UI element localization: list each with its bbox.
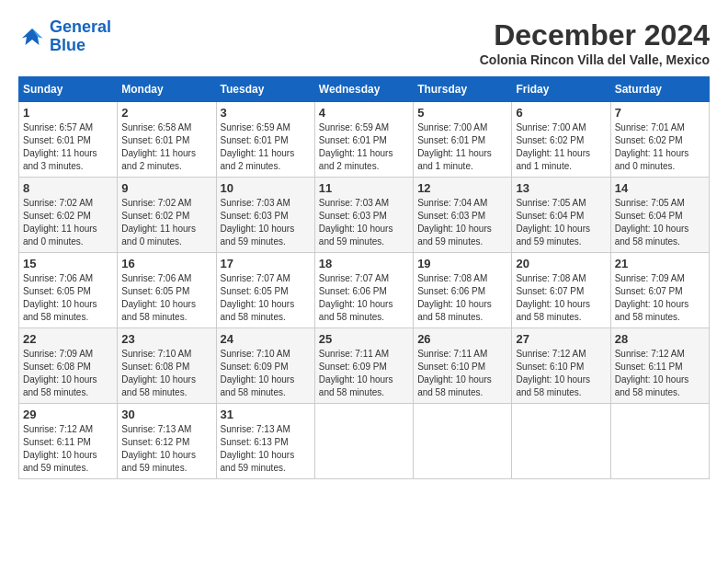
calendar-cell: 12 Sunrise: 7:04 AMSunset: 6:03 PMDaylig… xyxy=(414,178,512,253)
day-info: Sunrise: 7:13 AMSunset: 6:12 PMDaylight:… xyxy=(121,424,196,473)
day-number: 7 xyxy=(615,106,705,120)
day-info: Sunrise: 7:12 AMSunset: 6:11 PMDaylight:… xyxy=(615,349,689,397)
day-info: Sunrise: 7:06 AMSunset: 6:05 PMDaylight:… xyxy=(121,273,196,322)
day-info: Sunrise: 7:02 AMSunset: 6:02 PMDaylight:… xyxy=(121,198,196,247)
day-number: 27 xyxy=(516,332,606,346)
day-number: 13 xyxy=(516,181,606,195)
day-info: Sunrise: 6:59 AMSunset: 6:01 PMDaylight:… xyxy=(221,122,295,171)
day-number: 4 xyxy=(319,106,409,120)
calendar-week-4: 22 Sunrise: 7:09 AMSunset: 6:08 PMDaylig… xyxy=(19,328,710,404)
calendar-week-1: 1 Sunrise: 6:57 AMSunset: 6:01 PMDayligh… xyxy=(19,102,710,178)
day-number: 16 xyxy=(121,257,211,270)
calendar-cell: 20 Sunrise: 7:08 AMSunset: 6:07 PMDaylig… xyxy=(512,253,610,328)
day-number: 1 xyxy=(23,106,113,120)
day-number: 19 xyxy=(417,257,507,270)
calendar-cell: 24 Sunrise: 7:10 AMSunset: 6:09 PMDaylig… xyxy=(216,328,314,404)
day-info: Sunrise: 7:11 AMSunset: 6:10 PMDaylight:… xyxy=(417,349,492,397)
day-info: Sunrise: 7:10 AMSunset: 6:09 PMDaylight:… xyxy=(221,349,295,397)
calendar-cell: 10 Sunrise: 7:03 AMSunset: 6:03 PMDaylig… xyxy=(216,178,314,253)
calendar-table: SundayMondayTuesdayWednesdayThursdayFrid… xyxy=(18,76,710,479)
day-number: 2 xyxy=(121,106,211,120)
day-number: 21 xyxy=(615,257,705,270)
column-header-wednesday: Wednesday xyxy=(314,77,413,102)
calendar-cell xyxy=(414,404,512,479)
day-info: Sunrise: 7:01 AMSunset: 6:02 PMDaylight:… xyxy=(615,122,689,171)
day-info: Sunrise: 7:10 AMSunset: 6:08 PMDaylight:… xyxy=(121,349,196,397)
calendar-cell: 19 Sunrise: 7:08 AMSunset: 6:06 PMDaylig… xyxy=(414,253,512,328)
day-number: 10 xyxy=(221,181,311,195)
day-info: Sunrise: 7:06 AMSunset: 6:05 PMDaylight:… xyxy=(23,273,97,322)
column-header-saturday: Saturday xyxy=(610,77,709,102)
day-info: Sunrise: 7:02 AMSunset: 6:02 PMDaylight:… xyxy=(23,198,97,247)
day-number: 28 xyxy=(615,332,705,346)
day-info: Sunrise: 7:05 AMSunset: 6:04 PMDaylight:… xyxy=(615,198,689,247)
calendar-cell xyxy=(314,404,413,479)
calendar-cell: 31 Sunrise: 7:13 AMSunset: 6:13 PMDaylig… xyxy=(216,404,314,479)
day-info: Sunrise: 7:03 AMSunset: 6:03 PMDaylight:… xyxy=(221,198,295,247)
calendar-cell: 14 Sunrise: 7:05 AMSunset: 6:04 PMDaylig… xyxy=(610,178,709,253)
day-number: 9 xyxy=(121,181,211,195)
day-number: 25 xyxy=(319,332,409,346)
day-number: 15 xyxy=(23,257,113,270)
column-header-thursday: Thursday xyxy=(414,77,512,102)
day-number: 14 xyxy=(615,181,705,195)
calendar-cell: 5 Sunrise: 7:00 AMSunset: 6:01 PMDayligh… xyxy=(414,102,512,178)
page-header: General Blue December 2024 Colonia Rinco… xyxy=(18,18,710,67)
calendar-cell: 22 Sunrise: 7:09 AMSunset: 6:08 PMDaylig… xyxy=(19,328,118,404)
title-area: December 2024 Colonia Rincon Villa del V… xyxy=(480,18,710,67)
day-info: Sunrise: 7:04 AMSunset: 6:03 PMDaylight:… xyxy=(417,198,492,247)
calendar-cell: 30 Sunrise: 7:13 AMSunset: 6:12 PMDaylig… xyxy=(118,404,216,479)
day-info: Sunrise: 7:00 AMSunset: 6:02 PMDaylight:… xyxy=(516,122,590,171)
calendar-cell: 11 Sunrise: 7:03 AMSunset: 6:03 PMDaylig… xyxy=(314,178,413,253)
day-number: 5 xyxy=(417,106,507,120)
calendar-cell: 27 Sunrise: 7:12 AMSunset: 6:10 PMDaylig… xyxy=(512,328,610,404)
day-number: 17 xyxy=(221,257,311,270)
day-info: Sunrise: 7:00 AMSunset: 6:01 PMDaylight:… xyxy=(417,122,492,171)
day-number: 24 xyxy=(221,332,311,346)
calendar-cell: 28 Sunrise: 7:12 AMSunset: 6:11 PMDaylig… xyxy=(610,328,709,404)
calendar-header-row: SundayMondayTuesdayWednesdayThursdayFrid… xyxy=(19,77,710,102)
calendar-cell: 8 Sunrise: 7:02 AMSunset: 6:02 PMDayligh… xyxy=(19,178,118,253)
calendar-cell: 18 Sunrise: 7:07 AMSunset: 6:06 PMDaylig… xyxy=(314,253,413,328)
day-number: 20 xyxy=(516,257,606,270)
day-number: 31 xyxy=(221,408,311,421)
logo-icon xyxy=(18,23,46,51)
logo-text: General Blue xyxy=(50,18,111,55)
day-number: 23 xyxy=(121,332,211,346)
day-info: Sunrise: 6:59 AMSunset: 6:01 PMDaylight:… xyxy=(319,122,393,171)
calendar-cell: 17 Sunrise: 7:07 AMSunset: 6:05 PMDaylig… xyxy=(216,253,314,328)
day-number: 30 xyxy=(121,408,211,421)
calendar-week-5: 29 Sunrise: 7:12 AMSunset: 6:11 PMDaylig… xyxy=(19,404,710,479)
day-number: 3 xyxy=(221,106,311,120)
calendar-week-2: 8 Sunrise: 7:02 AMSunset: 6:02 PMDayligh… xyxy=(19,178,710,253)
location-title: Colonia Rincon Villa del Valle, Mexico xyxy=(480,52,710,67)
calendar-cell: 21 Sunrise: 7:09 AMSunset: 6:07 PMDaylig… xyxy=(610,253,709,328)
day-info: Sunrise: 7:08 AMSunset: 6:06 PMDaylight:… xyxy=(417,273,492,322)
calendar-cell: 23 Sunrise: 7:10 AMSunset: 6:08 PMDaylig… xyxy=(118,328,216,404)
calendar-cell: 6 Sunrise: 7:00 AMSunset: 6:02 PMDayligh… xyxy=(512,102,610,178)
column-header-friday: Friday xyxy=(512,77,610,102)
day-info: Sunrise: 7:12 AMSunset: 6:10 PMDaylight:… xyxy=(516,349,590,397)
calendar-cell xyxy=(610,404,709,479)
day-number: 12 xyxy=(417,181,507,195)
calendar-cell: 26 Sunrise: 7:11 AMSunset: 6:10 PMDaylig… xyxy=(414,328,512,404)
day-number: 22 xyxy=(23,332,113,346)
day-info: Sunrise: 7:12 AMSunset: 6:11 PMDaylight:… xyxy=(23,424,97,473)
day-info: Sunrise: 7:05 AMSunset: 6:04 PMDaylight:… xyxy=(516,198,590,247)
column-header-monday: Monday xyxy=(118,77,216,102)
calendar-cell: 3 Sunrise: 6:59 AMSunset: 6:01 PMDayligh… xyxy=(216,102,314,178)
calendar-cell: 9 Sunrise: 7:02 AMSunset: 6:02 PMDayligh… xyxy=(118,178,216,253)
day-number: 29 xyxy=(23,408,113,421)
day-info: Sunrise: 7:09 AMSunset: 6:08 PMDaylight:… xyxy=(23,349,97,397)
calendar-body: 1 Sunrise: 6:57 AMSunset: 6:01 PMDayligh… xyxy=(19,102,710,479)
day-info: Sunrise: 7:07 AMSunset: 6:05 PMDaylight:… xyxy=(221,273,295,322)
column-header-sunday: Sunday xyxy=(19,77,118,102)
day-info: Sunrise: 7:07 AMSunset: 6:06 PMDaylight:… xyxy=(319,273,393,322)
calendar-cell: 7 Sunrise: 7:01 AMSunset: 6:02 PMDayligh… xyxy=(610,102,709,178)
calendar-cell: 2 Sunrise: 6:58 AMSunset: 6:01 PMDayligh… xyxy=(118,102,216,178)
day-number: 26 xyxy=(417,332,507,346)
calendar-cell: 4 Sunrise: 6:59 AMSunset: 6:01 PMDayligh… xyxy=(314,102,413,178)
day-info: Sunrise: 7:11 AMSunset: 6:09 PMDaylight:… xyxy=(319,349,393,397)
day-info: Sunrise: 6:57 AMSunset: 6:01 PMDaylight:… xyxy=(23,122,97,171)
calendar-cell: 15 Sunrise: 7:06 AMSunset: 6:05 PMDaylig… xyxy=(19,253,118,328)
